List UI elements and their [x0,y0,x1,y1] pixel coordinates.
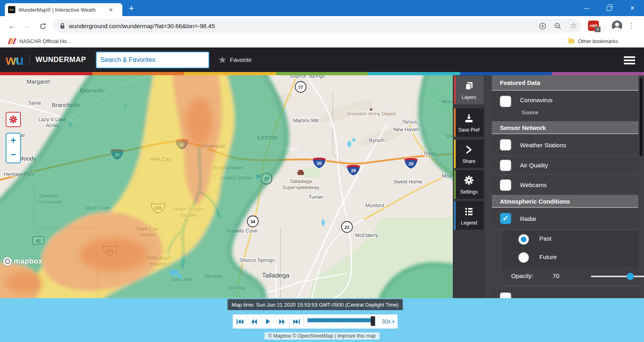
hamburger-menu-icon[interactable] [624,56,635,66]
layers-icon [464,81,474,91]
section-featured-data: Featured Data [492,75,638,91]
air-quality-checkbox[interactable] [500,160,511,171]
row-coronavirus[interactable]: Coronavirus Source [492,91,638,122]
forward-button[interactable]: → [19,16,34,35]
adblock-badge: 5 [595,27,601,32]
route-shield-20: 20 [312,157,326,169]
map-label: TalladegaSuperspeedway [282,178,320,190]
rail-button-save-pref[interactable]: Save Pref [454,108,484,137]
row-radar-past[interactable]: Past [502,230,638,249]
map-time-tooltip: Map time: Sun Jun 21 2020 15:53:53 GMT-0… [227,299,403,310]
folder-icon [568,39,574,43]
bookmark-star-icon[interactable]: ☆ [570,19,577,33]
step-back-button[interactable] [247,315,261,328]
mapbox-logo-icon [3,257,12,266]
browser-tab[interactable]: wu WunderMap® | Interactive Weath ✕ [5,3,122,16]
zoom-out-search-icon[interactable] [554,19,561,33]
row-radar-opacity: Opacity: 70 [502,267,638,286]
opacity-slider[interactable] [591,276,644,277]
row-webcams[interactable]: Webcams [492,175,638,195]
map-attribution[interactable]: © Mapbox © OpenStreetMap | Improve this … [264,332,380,340]
map-label: Anniston Army Depot [347,111,396,117]
chevron-down-icon: ▾ [392,319,395,324]
coronavirus-checkbox[interactable] [500,96,511,107]
layers-panel: Featured Data Coronavirus Source Sensor … [485,75,644,298]
source-link[interactable]: Source [522,109,538,115]
timeline-thumb[interactable] [371,316,375,326]
nascar-favicon [8,38,17,44]
legend-list-icon [464,206,474,216]
past-radio[interactable] [518,234,529,245]
map-label: Shocco Springs [239,258,275,263]
play-icon [266,319,270,324]
zoom-page-icon[interactable] [539,19,546,33]
profile-avatar[interactable] [612,21,622,31]
new-tab-button[interactable]: + [129,3,134,14]
section-atmospheric-conditions: Atmospheric Conditions [492,195,638,208]
tab-close-icon[interactable]: ✕ [109,7,113,13]
future-radio[interactable] [518,252,529,263]
wundermap-favicon: wu [8,6,15,13]
favorite-button[interactable]: Favorite [230,56,252,63]
row-radar[interactable]: ✓ Radar [492,208,638,230]
browser-menu-icon[interactable]: ⋮ [628,16,635,35]
webcams-checkbox[interactable] [500,179,511,191]
panel-scrollbar[interactable] [640,77,643,156]
route-shield-21: 21 [342,222,353,233]
window-minimize-button[interactable]: — [577,0,596,16]
map-label: Sanie [28,100,41,106]
skip-start-button[interactable] [233,315,247,328]
url-text[interactable]: wunderground.com/wundermap?lat=30.66&lon… [69,23,215,29]
url-bar[interactable]: wunderground.com/wundermap?lat=30.66&lon… [54,19,581,33]
route-shield-20: 20 [404,158,418,169]
row-weather-stations[interactable]: Weather Stations [492,134,638,156]
row-radar-future[interactable]: Future [502,248,638,267]
radar-checkbox[interactable]: ✓ [500,213,511,224]
svg-text:21: 21 [345,225,349,230]
row-next-partial[interactable] [492,286,638,298]
playback-controls: 30x▾ [233,314,398,329]
bookmarks-bar [0,35,644,48]
magnifier-minus-icon [554,23,561,30]
map-label: Talladega [262,272,290,279]
bookmark-item-nascar[interactable]: NASCAR Official Ho... [19,35,71,47]
speed-dropdown[interactable]: 30x▾ [379,315,397,328]
window-restore-button[interactable] [600,0,618,16]
favorite-star-icon[interactable]: ★ [218,54,227,66]
wundermap-brand: WUNDERMAP [35,56,86,64]
zoom-out-button[interactable]: − [6,148,20,162]
map-label: Munford [365,203,384,208]
map-label: Sweet Home [393,179,422,185]
search-input[interactable] [96,52,209,68]
step-forward-button[interactable] [275,315,289,328]
partial-checkbox[interactable] [500,293,511,298]
weather-stations-checkbox[interactable] [500,139,511,150]
reload-button[interactable] [35,16,50,35]
rail-button-settings[interactable]: Settings [454,170,484,199]
skip-end-button[interactable] [289,315,303,328]
rail-button-legend[interactable]: Legend [454,201,484,230]
play-button[interactable] [261,315,275,328]
svg-text:20: 20 [409,161,413,166]
opacity-label: Opacity: [511,272,533,279]
toolbar-separator [605,22,605,31]
circle-plus-icon [539,23,546,30]
window-close-button[interactable]: ✕ [623,0,642,16]
back-button[interactable]: ← [5,16,19,35]
opacity-slider-thumb[interactable] [627,273,634,280]
svg-text:77: 77 [298,85,303,90]
coronavirus-map-button[interactable] [6,112,21,127]
save-icon [464,113,474,123]
wu-logo[interactable]: wu [6,52,23,68]
row-air-quality[interactable]: Air Quality [492,156,638,175]
zoom-in-button[interactable]: + [6,134,20,148]
svg-text:20: 20 [317,161,322,166]
rail-button-layers[interactable]: Layers [454,76,484,104]
timeline-slider[interactable] [303,315,379,328]
application-window: wu WunderMap® | Interactive Weath ✕ + — … [0,0,644,342]
header-divider [29,54,30,66]
other-bookmarks-button[interactable]: Other bookmarks [578,35,618,47]
map-canvas[interactable]: 20202020202312314377773421 MargaretOdenv… [0,75,453,298]
mapbox-logo[interactable]: mapbox [3,257,43,266]
rail-button-share[interactable]: Share [454,140,484,168]
